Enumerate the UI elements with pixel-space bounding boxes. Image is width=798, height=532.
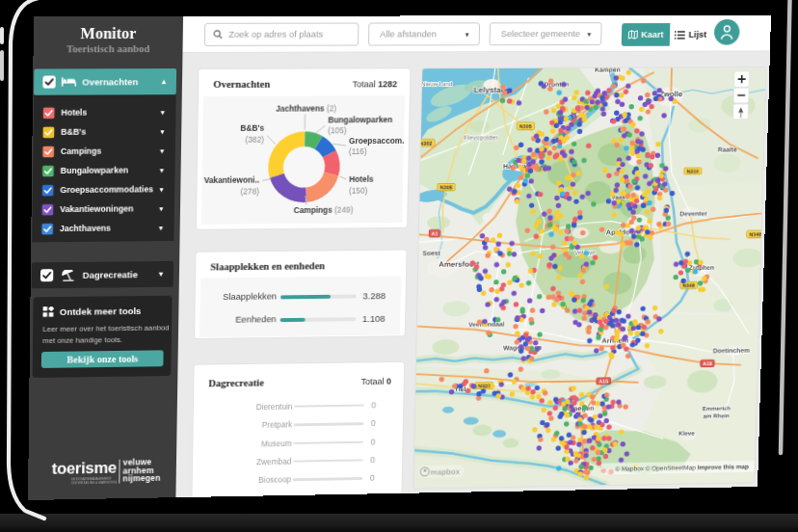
svg-text:Raalte: Raalte	[718, 146, 737, 153]
svg-text:N305: N305	[439, 184, 452, 190]
svg-text:Bungalowparken: Bungalowparken	[328, 115, 392, 124]
svg-text:N305: N305	[519, 123, 532, 129]
svg-text:Jachthavens (2): Jachthavens (2)	[276, 104, 336, 114]
svg-text:(150): (150)	[349, 186, 368, 196]
svg-text:Kleve: Kleve	[678, 430, 695, 437]
svg-text:Groepsaccom..: Groepsaccom..	[349, 136, 406, 146]
svg-text:(116): (116)	[349, 146, 367, 156]
svg-text:Flevopolder: Flevopolder	[464, 134, 498, 142]
svg-text:A18: A18	[703, 360, 712, 366]
svg-text:Vakantiewoni..: Vakantiewoni..	[204, 175, 260, 185]
svg-text:N348: N348	[749, 231, 761, 237]
svg-text:Emmerich: Emmerich	[703, 405, 732, 412]
svg-text:N302: N302	[419, 141, 432, 146]
svg-text:Deventer: Deventer	[679, 210, 707, 217]
svg-text:Campings (249): Campings (249)	[294, 205, 354, 215]
svg-text:N348: N348	[682, 282, 695, 288]
svg-text:N323: N323	[478, 383, 491, 388]
svg-text:(382): (382)	[245, 135, 264, 145]
svg-text:A1: A1	[431, 230, 438, 236]
svg-text:Hotels: Hotels	[349, 174, 374, 184]
svg-text:(105): (105)	[328, 125, 347, 135]
svg-text:am Rhein: am Rhein	[704, 412, 731, 419]
svg-text:mapbox: mapbox	[431, 467, 461, 476]
svg-text:Doetinchem: Doetinchem	[713, 347, 750, 354]
svg-text:(278): (278)	[240, 187, 259, 197]
svg-text:Soest: Soest	[422, 250, 440, 256]
svg-text:B&B's: B&B's	[240, 123, 264, 133]
svg-text:A15: A15	[598, 379, 608, 385]
svg-text:N310: N310	[686, 169, 699, 174]
svg-text:Nieuw Land: Nieuw Land	[421, 80, 452, 87]
